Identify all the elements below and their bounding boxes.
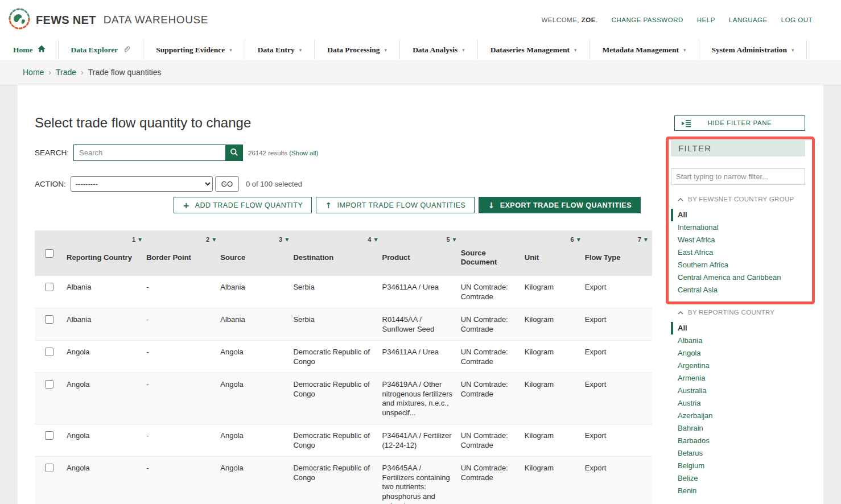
filter-option[interactable]: Benin — [671, 485, 805, 497]
col-header-unit[interactable]: 6 ▼ Unit — [525, 230, 585, 276]
cell-unit: Kilogram — [525, 341, 585, 373]
search-input[interactable] — [73, 144, 225, 161]
filter-option[interactable]: Austria — [671, 397, 805, 410]
select-all-checkbox[interactable] — [45, 249, 53, 258]
filter-option[interactable]: Central Asia — [671, 284, 805, 296]
filter-option[interactable]: Belize — [671, 472, 805, 485]
filter-option[interactable]: Australia — [671, 385, 805, 397]
col-header-border-point[interactable]: 2 ▼ Border Point — [146, 230, 220, 276]
breadcrumb-home[interactable]: Home — [23, 68, 44, 77]
filter-option[interactable]: Belarus — [671, 447, 805, 460]
sort-desc-icon[interactable]: ▼ — [453, 237, 456, 242]
help-link[interactable]: HELP — [697, 16, 715, 23]
results-count: 26142 results (Show all) — [248, 150, 318, 156]
search-submit-button[interactable] — [225, 144, 243, 161]
col-header-destination[interactable]: 4 ▼ Destination — [293, 230, 382, 276]
filter-section-toggle[interactable]: BY FEWSNET COUNTRY GROUP — [671, 196, 805, 203]
export-trade-flow-quantities-button[interactable]: ↓ EXPORT TRADE FLOW QUANTITIES — [479, 197, 641, 213]
row-checkbox[interactable] — [45, 348, 53, 356]
sort-desc-icon[interactable]: ▼ — [577, 237, 580, 242]
sort-desc-icon[interactable]: ▼ — [644, 237, 648, 242]
filter-option[interactable]: Armenia — [671, 372, 805, 385]
nav-data-explorer-label: Data Explorer — [71, 46, 118, 55]
col-header-reporting-country[interactable]: 1 ▼ Reporting Country — [67, 230, 146, 276]
sort-control[interactable]: 3 ▼ — [220, 235, 288, 244]
sort-control[interactable]: 7 ▼ — [585, 235, 648, 244]
sort-control[interactable]: 6 ▼ — [525, 235, 580, 244]
col-header-product[interactable]: 5 ▼ Product — [382, 230, 461, 276]
show-all-link[interactable]: (Show all) — [289, 150, 318, 156]
col-header-flow-type[interactable]: 7 ▼ Flow Type — [585, 230, 652, 276]
breadcrumb-trade[interactable]: Trade — [56, 68, 76, 77]
chevron-down-icon: ▾ — [385, 47, 387, 53]
filter-option-all[interactable]: All — [671, 209, 805, 221]
filter-option[interactable]: Albania — [671, 334, 805, 347]
sort-control[interactable]: 5 ▼ — [382, 235, 456, 244]
filter-option[interactable]: International — [671, 221, 805, 234]
row-checkbox[interactable] — [45, 315, 53, 324]
sort-control[interactable]: 2 ▼ — [146, 235, 216, 244]
nav-data-explorer[interactable]: Data Explorer — [59, 40, 144, 60]
filter-option[interactable]: Argentina — [671, 360, 805, 372]
hide-filter-pane-button[interactable]: HIDE FILTER PANE — [674, 115, 805, 131]
row-checkbox[interactable] — [45, 283, 53, 291]
row-checkbox[interactable] — [45, 431, 53, 440]
nav-home[interactable]: Home — [0, 40, 59, 60]
import-trade-flow-quantities-button[interactable]: ↑ IMPORT TRADE FLOW QUANTITIES — [316, 197, 475, 213]
language-link[interactable]: LANGUAGE — [729, 16, 768, 23]
chevron-down-icon: ▾ — [683, 47, 686, 53]
filter-option[interactable]: Barbados — [671, 435, 805, 447]
go-button[interactable]: GO — [215, 176, 239, 192]
sort-desc-icon[interactable]: ▼ — [285, 237, 288, 242]
sort-control[interactable]: 4 ▼ — [293, 235, 377, 244]
change-password-link[interactable]: CHANGE PASSWORD — [612, 16, 683, 23]
top-header: FEWS NET DATA WAREHOUSE WELCOME, ZOE. CH… — [0, 0, 841, 40]
upload-arrow-icon: ↑ — [325, 201, 332, 210]
cell-border-point: - — [146, 457, 220, 504]
sort-desc-icon[interactable]: ▼ — [138, 237, 142, 242]
row-checkbox[interactable] — [45, 380, 53, 389]
sort-desc-icon[interactable]: ▼ — [374, 237, 377, 242]
logout-link[interactable]: LOG OUT — [781, 16, 813, 23]
sort-control[interactable]: 1 ▼ — [67, 235, 142, 244]
cell-source-document: UN Comtrade: Comtrade — [461, 276, 525, 308]
content-card: Select trade flow quantity to change HID… — [18, 85, 823, 504]
filter-pane: FILTER BY FEWSNET COUNTRY GROUP All Inte… — [671, 140, 805, 504]
cell-flow-type: Export — [585, 457, 652, 504]
cell-destination: Democratic Republic of Congo — [293, 341, 382, 373]
cell-border-point: - — [146, 341, 220, 373]
filter-option[interactable]: Angola — [671, 347, 805, 360]
filter-option-all[interactable]: All — [671, 322, 805, 334]
sort-desc-icon[interactable]: ▼ — [212, 237, 216, 242]
filter-option[interactable]: Belgium — [671, 460, 805, 472]
action-select[interactable]: --------- — [71, 176, 213, 192]
filter-section-toggle[interactable]: BY REPORTING COUNTRY — [671, 309, 805, 316]
nav-data-entry[interactable]: Data Entry ▾ — [245, 40, 315, 60]
cell-border-point: - — [146, 373, 220, 424]
col-header-source[interactable]: 3 ▼ Source — [220, 230, 293, 276]
page-title: Select trade flow quantity to change — [35, 115, 251, 131]
filter-option[interactable]: Azerbaijan — [671, 410, 805, 422]
nav-data-processing[interactable]: Data Processing ▾ — [315, 40, 400, 60]
table-row: Angola - Angola Democratic Republic of C… — [35, 424, 652, 457]
filter-option[interactable]: Central America and Caribbean — [671, 271, 805, 284]
filter-option[interactable]: Bahrain — [671, 422, 805, 435]
filter-option[interactable]: East Africa — [671, 246, 805, 259]
cell-unit: Kilogram — [525, 373, 585, 424]
filter-option[interactable]: West Africa — [671, 234, 805, 246]
filter-narrow-input[interactable] — [671, 168, 805, 185]
nav-metadata-management[interactable]: Metadata Management ▾ — [589, 40, 699, 60]
filter-option[interactable]: Southern Africa — [671, 259, 805, 271]
breadcrumb-separator: › — [81, 68, 84, 77]
nav-system-administration[interactable]: System Administration ▾ — [699, 40, 807, 60]
nav-dataseries-management[interactable]: Dataseries Management ▾ — [478, 40, 590, 60]
brand-logo-link[interactable]: FEWS NET DATA WAREHOUSE — [8, 7, 208, 32]
plus-icon: + — [183, 201, 189, 210]
object-tools: + ADD TRADE FLOW QUANTITY ↑ IMPORT TRADE… — [35, 197, 652, 213]
nav-supporting-evidence[interactable]: Supporting Evidence ▾ — [143, 40, 245, 60]
row-checkbox[interactable] — [45, 464, 53, 472]
add-trade-flow-quantity-button[interactable]: + ADD TRADE FLOW QUANTITY — [174, 197, 312, 213]
cell-product: P34641AA / Fertilizer (12-24-12) — [382, 424, 461, 457]
nav-data-analysis[interactable]: Data Analysis ▾ — [400, 40, 478, 60]
cell-reporting-country: Albania — [67, 308, 146, 341]
